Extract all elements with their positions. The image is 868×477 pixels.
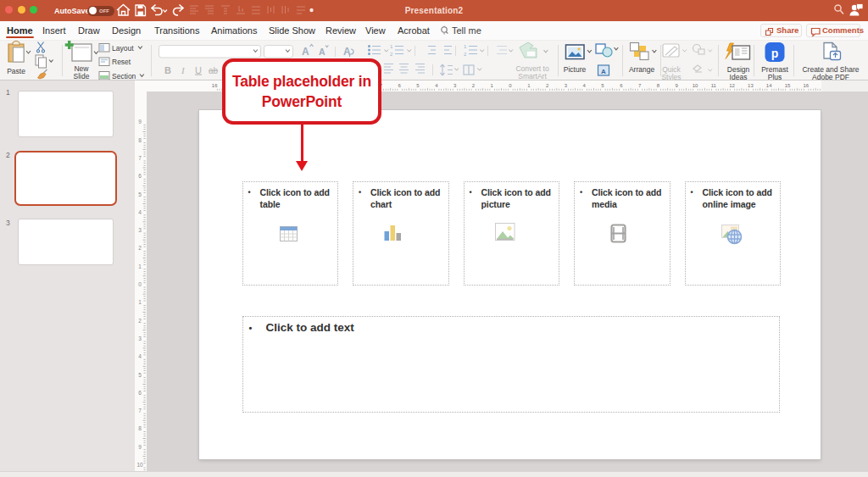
- svg-text:4: 4: [138, 353, 142, 359]
- svg-text:2: 2: [138, 318, 142, 324]
- svg-text:5: 5: [138, 191, 142, 197]
- svg-text:13: 13: [748, 83, 754, 88]
- svg-text:2: 2: [464, 52, 467, 57]
- svg-text:Adobe PDF: Adobe PDF: [812, 73, 849, 80]
- svg-text:14: 14: [766, 83, 772, 88]
- svg-text:8: 8: [657, 83, 660, 88]
- svg-text:2: 2: [138, 245, 142, 251]
- svg-text:6: 6: [398, 83, 402, 88]
- svg-text:A: A: [302, 46, 309, 58]
- svg-text:12: 12: [729, 83, 735, 88]
- svg-text:15: 15: [785, 83, 791, 88]
- svg-text:1: 1: [527, 83, 531, 88]
- svg-text:1: 1: [390, 44, 393, 49]
- svg-text:4: 4: [435, 83, 438, 88]
- svg-text:10: 10: [136, 462, 143, 468]
- svg-text:SmartArt: SmartArt: [518, 72, 547, 80]
- svg-text:U: U: [195, 65, 202, 75]
- svg-text:1: 1: [138, 299, 142, 305]
- svg-text:6: 6: [138, 173, 142, 179]
- svg-text:3: 3: [565, 83, 568, 88]
- svg-text:Ideas: Ideas: [730, 73, 748, 80]
- svg-text:6: 6: [138, 390, 142, 396]
- svg-text:0: 0: [138, 281, 142, 287]
- svg-text:9: 9: [138, 119, 142, 125]
- svg-text:7: 7: [638, 83, 642, 88]
- svg-text:I: I: [181, 65, 186, 75]
- svg-text:7: 7: [138, 408, 142, 413]
- svg-text:A: A: [319, 47, 326, 57]
- svg-text:Paste: Paste: [7, 67, 25, 75]
- svg-text:Styles: Styles: [661, 73, 681, 80]
- svg-text:1: 1: [491, 83, 494, 88]
- svg-text:Section: Section: [112, 72, 136, 80]
- svg-text:B: B: [164, 65, 171, 75]
- svg-text:p: p: [771, 47, 779, 60]
- svg-text:16: 16: [803, 83, 809, 88]
- svg-text:2: 2: [390, 52, 393, 57]
- svg-text:11: 11: [711, 83, 717, 88]
- svg-text:2: 2: [472, 83, 476, 88]
- svg-text:3: 3: [138, 336, 142, 341]
- svg-text:5: 5: [601, 83, 604, 88]
- svg-text:Reset: Reset: [112, 58, 131, 66]
- svg-text:3: 3: [453, 83, 457, 88]
- svg-text:5: 5: [416, 83, 420, 88]
- svg-text:A: A: [601, 68, 606, 75]
- svg-text:7: 7: [138, 155, 142, 161]
- svg-text:2: 2: [546, 83, 549, 88]
- svg-text:8: 8: [138, 425, 142, 431]
- svg-text:16: 16: [212, 83, 218, 88]
- svg-text:10: 10: [693, 83, 698, 88]
- svg-text:3: 3: [138, 227, 142, 233]
- svg-text:Plus: Plus: [768, 73, 782, 80]
- svg-text:Picture: Picture: [564, 65, 587, 74]
- svg-text:Slide: Slide: [74, 72, 90, 80]
- svg-text:0: 0: [509, 83, 512, 88]
- svg-text:4: 4: [138, 209, 142, 215]
- svg-text:9: 9: [676, 83, 679, 88]
- svg-text:1: 1: [464, 44, 467, 49]
- svg-text:4: 4: [583, 83, 587, 88]
- svg-text:Arrange: Arrange: [629, 65, 655, 74]
- svg-text:6: 6: [620, 83, 623, 88]
- svg-text:9: 9: [138, 444, 142, 450]
- svg-text:5: 5: [138, 372, 142, 378]
- svg-text:8: 8: [138, 137, 142, 143]
- svg-text:ab: ab: [209, 66, 219, 75]
- svg-text:1: 1: [138, 263, 142, 269]
- svg-text:Layout: Layout: [112, 44, 134, 53]
